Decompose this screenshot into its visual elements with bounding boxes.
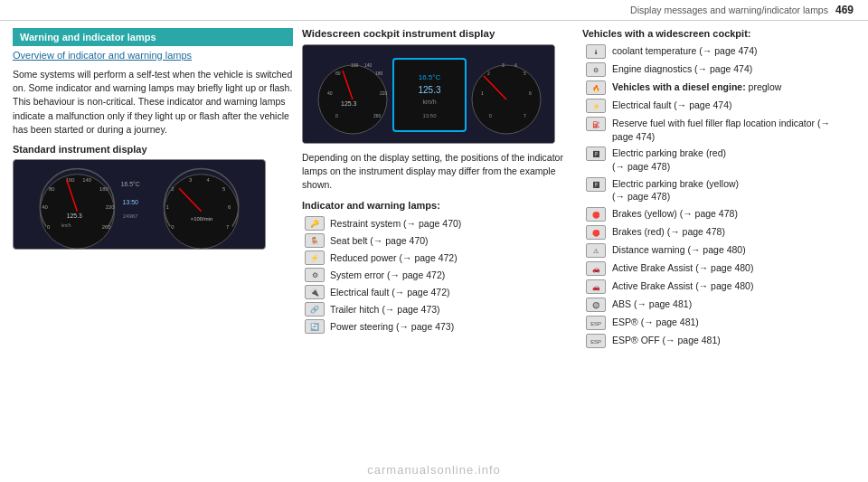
indicator-icon: 🔑 — [305, 216, 325, 231]
svg-text:220: 220 — [380, 90, 388, 96]
right-indicator-row: ⚠ Distance warning (→ page 480) — [582, 241, 855, 260]
standard-instrument-display: 0 40 80 100 140 180 220 260 125.3 km/h 0 — [13, 159, 266, 250]
right-indicator-text: Active Brake Assist (→ page 480) — [609, 260, 855, 278]
right-icon-cell: 🌡 — [582, 43, 609, 61]
right-indicator-row: ESP ESP® OFF (→ page 481) — [582, 332, 855, 350]
right-indicator-icon: 🚗 — [586, 279, 606, 294]
right-indicator-row: ⛽ Reserve fuel with fuel filler flap loc… — [582, 115, 855, 145]
gauge-svg: 0 40 80 100 140 180 220 260 125.3 km/h 0 — [14, 160, 265, 249]
indicator-text: Restraint system (→ page 470) — [327, 215, 573, 232]
svg-text:3: 3 — [502, 62, 505, 68]
right-indicator-row: 🔘 ABS (→ page 481) — [582, 296, 855, 314]
right-indicator-icon: ⚠ — [586, 243, 606, 258]
right-indicator-text: Brakes (red) (→ page 478) — [609, 223, 855, 241]
svg-text:180: 180 — [99, 186, 109, 192]
header-title: Display messages and warning/indicator l… — [630, 5, 828, 15]
indicator-icon-cell: 🔄 — [302, 318, 327, 336]
right-icon-cell: ⚠ — [582, 241, 609, 260]
header-page-number: 469 — [835, 4, 854, 16]
left-column: Warning and indicator lamps Overview of … — [13, 28, 293, 470]
svg-text:13:50: 13:50 — [123, 199, 138, 205]
indicator-row: ⚡ Reduced power (→ page 472) — [302, 250, 573, 267]
indicator-row: 🪑 Seat belt (→ page 470) — [302, 232, 573, 250]
right-indicator-row: 🚗 Active Brake Assist (→ page 480) — [582, 260, 855, 278]
right-indicator-text: ESP® OFF (→ page 481) — [609, 332, 855, 350]
right-indicator-row: 🔥 Vehicles with a diesel engine: preglow — [582, 79, 855, 97]
indicator-row: 🔑 Restraint system (→ page 470) — [302, 215, 573, 232]
indicator-icon: ⚡ — [305, 250, 325, 265]
svg-text:125.3: 125.3 — [418, 85, 440, 95]
widescreen-heading: Widescreen cockpit instrument display — [302, 28, 573, 39]
svg-text:260: 260 — [373, 113, 382, 118]
svg-text:×100/min: ×100/min — [191, 216, 212, 222]
right-indicator-row: 🅿 Electric parking brake (red)(→ page 47… — [582, 145, 855, 175]
indicator-table: 🔑 Restraint system (→ page 470) 🪑 Seat b… — [302, 215, 573, 336]
svg-text:5: 5 — [524, 71, 526, 76]
indicator-icon-cell: 🪑 — [302, 232, 327, 250]
svg-text:24967: 24967 — [123, 213, 137, 219]
right-icon-cell: 🅿 — [582, 145, 609, 175]
indicator-warning-heading: Indicator and warning lamps: — [302, 200, 573, 211]
right-indicator-icon: 🚗 — [586, 261, 606, 276]
right-icon-cell: 🚗 — [582, 260, 609, 278]
widescreen-instrument-display: 0 40 80 100 140 180 220 260 125.3 16.5°C… — [302, 44, 555, 144]
svg-text:6: 6 — [529, 90, 532, 96]
page-header: Display messages and warning/indicator l… — [0, 0, 868, 21]
right-indicator-row: ⚡ Electrical fault (→ page 474) — [582, 97, 855, 115]
svg-text:140: 140 — [364, 62, 373, 68]
indicator-row: 🔗 Trailer hitch (→ page 473) — [302, 301, 573, 318]
svg-text:16.5°C: 16.5°C — [419, 73, 441, 81]
svg-text:0: 0 — [335, 113, 338, 118]
bold-prefix: Vehicles with a diesel engine: — [612, 81, 749, 92]
indicator-text: System error (→ page 472) — [327, 267, 573, 284]
svg-text:40: 40 — [327, 90, 333, 96]
right-indicator-icon: 🌡 — [586, 44, 606, 59]
indicator-icon-cell: 🔗 — [302, 301, 327, 318]
svg-text:260: 260 — [102, 225, 112, 231]
right-indicator-icon: 🛑 — [586, 207, 606, 222]
overview-link[interactable]: Overview of indicator and warning lamps — [13, 50, 293, 61]
indicator-icon: ⚙ — [305, 268, 325, 282]
right-indicator-row: 🅿 Electric parking brake (yellow)(→ page… — [582, 175, 855, 205]
right-indicator-icon: ESP — [586, 316, 606, 330]
right-icon-cell: 🛑 — [582, 205, 609, 223]
vehicles-label: Vehicles with a widescreen cockpit: — [582, 28, 750, 39]
standard-instrument-heading: Standard instrument display — [13, 144, 293, 155]
indicator-row: ⚙ System error (→ page 472) — [302, 267, 573, 284]
right-indicator-text: Vehicles with a diesel engine: preglow — [609, 79, 855, 97]
right-icon-cell: 🔘 — [582, 296, 609, 314]
right-indicator-text: Distance warning (→ page 480) — [609, 241, 855, 260]
svg-text:40: 40 — [42, 204, 48, 210]
right-icon-cell: ⚡ — [582, 97, 609, 115]
right-indicator-text: Brakes (yellow) (→ page 478) — [609, 205, 855, 223]
right-icon-cell: 🅿 — [582, 175, 609, 205]
indicator-text: Reduced power (→ page 472) — [327, 250, 573, 267]
right-indicator-icon: ⚙ — [586, 62, 606, 77]
right-indicator-table: 🌡 coolant temperature (→ page 474) ⚙ Eng… — [582, 43, 855, 350]
indicator-text: Seat belt (→ page 470) — [327, 232, 573, 250]
vehicles-heading: Vehicles with a widescreen cockpit: — [582, 28, 855, 39]
svg-text:1: 1 — [165, 204, 168, 210]
right-indicator-text: ABS (→ page 481) — [609, 296, 855, 314]
svg-text:0: 0 — [489, 113, 492, 118]
right-indicator-row: 🚗 Active Brake Assist (→ page 480) — [582, 278, 855, 296]
right-indicator-text: Electric parking brake (red)(→ page 478) — [609, 145, 855, 175]
indicator-text: Trailer hitch (→ page 473) — [327, 301, 573, 318]
right-indicator-icon: ⛽ — [586, 117, 606, 131]
indicator-text: Power steering (→ page 473) — [327, 318, 573, 336]
indicator-icon: 🔗 — [305, 302, 325, 317]
right-indicator-text: Engine diagnostics (→ page 474) — [609, 61, 855, 79]
right-indicator-text: Electric parking brake (yellow)(→ page 4… — [609, 175, 855, 205]
indicator-icon: 🔄 — [305, 319, 325, 334]
svg-text:220: 220 — [106, 204, 116, 210]
right-icon-cell: 🔥 — [582, 79, 609, 97]
footer-watermark: carmanualsonline.info — [0, 463, 868, 477]
right-indicator-row: ESP ESP® (→ page 481) — [582, 314, 855, 332]
svg-text:100: 100 — [351, 62, 359, 68]
warning-indicator-box: Warning and indicator lamps — [13, 28, 293, 46]
right-indicator-row: ⚙ Engine diagnostics (→ page 474) — [582, 61, 855, 79]
right-indicator-icon: 🛑 — [586, 225, 606, 240]
right-icon-cell: 🚗 — [582, 278, 609, 296]
right-column: Vehicles with a widescreen cockpit: 🌡 co… — [582, 28, 855, 470]
mid-body-text: Depending on the display setting, the po… — [302, 151, 573, 193]
